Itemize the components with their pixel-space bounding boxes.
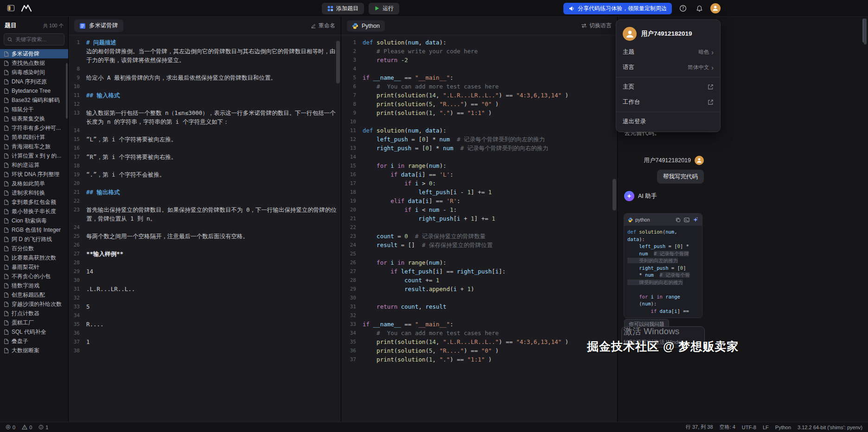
sidebar-item[interactable]: 最小替换子串长度: [0, 207, 68, 216]
sidebar-item-label: 打点计数器: [12, 310, 39, 318]
user-menu-item[interactable]: 主页: [616, 79, 720, 95]
copy-icon[interactable]: [676, 217, 681, 222]
encoding[interactable]: UTF-8: [742, 425, 756, 430]
sidebar-item-label: 计算位置 x 到 y 的...: [12, 152, 61, 160]
bell-icon[interactable]: [694, 3, 704, 13]
sidebar-item[interactable]: 链表聚集交换: [0, 114, 68, 123]
chat-input[interactable]: [621, 326, 705, 348]
sidebar-item[interactable]: 蛋糕工厂: [0, 318, 68, 327]
eol-sequence[interactable]: LF: [763, 425, 769, 430]
line-number: 10: [341, 117, 363, 126]
line-number: 2: [341, 47, 363, 56]
add-problem-button[interactable]: 添加题目: [322, 3, 364, 14]
sidebar-item[interactable]: 字符串有多少种可...: [0, 123, 68, 133]
sidebar-item[interactable]: 多米诺骨牌: [0, 49, 68, 58]
file-icon: [4, 273, 9, 280]
line-text: if __name__ == "__main__":: [363, 73, 453, 82]
description-tab[interactable]: 多米诺骨牌: [74, 19, 123, 32]
sidebar-item[interactable]: DNA 序列还原: [0, 77, 68, 86]
sidebar-item[interactable]: 比赛最高获胜次数: [0, 253, 68, 262]
code-scrollbar[interactable]: [613, 179, 616, 210]
python-interpreter[interactable]: 3.12.2 64-bit ('shims': pyenv): [798, 425, 862, 430]
user-menu-item[interactable]: 退出登录: [616, 114, 720, 129]
user-menu-header: 用户74912182019: [616, 22, 720, 44]
sidebar-item[interactable]: Base32 编码和解码: [0, 95, 68, 105]
page-scrollbar[interactable]: [864, 19, 867, 44]
sidebar-item[interactable]: 青海湖租车之旅: [0, 142, 68, 151]
search-box[interactable]: [4, 33, 64, 45]
line-number: 32: [341, 311, 363, 320]
sidebar-item[interactable]: 暴雨梨花针: [0, 262, 68, 272]
indentation[interactable]: 空格: 4: [720, 424, 735, 431]
problems-warnings[interactable]: 0: [22, 425, 32, 430]
code-line: 7 print(solution(14, ".L.R...LR..L..") =…: [341, 91, 617, 100]
sidebar-item[interactable]: 阿 D 的飞行路线: [0, 235, 68, 244]
sidebar-scrollbar[interactable]: [66, 63, 68, 119]
run-button[interactable]: 运行: [369, 3, 399, 14]
search-input[interactable]: [15, 37, 61, 42]
sidebar-item[interactable]: 不再贪心的小包: [0, 272, 68, 281]
rename-button[interactable]: 重命名: [311, 22, 335, 30]
file-icon: [4, 301, 9, 307]
language-tab[interactable]: Python: [347, 20, 385, 32]
line-number: 19: [341, 197, 363, 205]
ai-code-line: left_push = [0] *: [627, 243, 699, 250]
description-line: 27**输入样例**: [69, 249, 341, 258]
sidebar-item[interactable]: SQL 代码补全: [0, 327, 68, 337]
code-editor[interactable]: 1def solution(num, data):2 # Please writ…: [341, 35, 617, 422]
sidebar-item[interactable]: 猜数字游戏: [0, 281, 68, 290]
line-number: 15: [69, 135, 86, 144]
share-banner[interactable]: 分享代码练习体验，领限量定制周边: [563, 3, 672, 14]
ai-assistant-icon: [624, 191, 634, 201]
user-avatar[interactable]: [710, 3, 721, 13]
sidebar-item[interactable]: 环状 DNA 序列整理: [0, 170, 68, 179]
description-editor[interactable]: 1# 问题描述边的相邻骨牌推倒。当一个骨牌，其左边倒向它的骨牌数目与其右边倒向它…: [69, 35, 341, 422]
user-menu-item[interactable]: 语言简体中文›: [616, 60, 720, 75]
description-scrollbar[interactable]: [336, 41, 340, 83]
line-text: 首先输出保持竖立的骨牌数目。如果保持竖立的骨牌数目不为 0，下一行输出保持竖立的…: [86, 205, 337, 214]
code-line: 27 if left_push[i] == right_push[i]:: [341, 267, 617, 276]
file-icon: [4, 51, 9, 57]
line-text: [363, 152, 366, 161]
sidebar-item[interactable]: 百分位数: [0, 244, 68, 253]
sidebar-item[interactable]: 病毒感染时间: [0, 68, 68, 77]
user-menu-item[interactable]: 主题暗色›: [616, 44, 720, 60]
sidebar-item[interactable]: 猫鼠分干: [0, 105, 68, 114]
code-line: 29 result.append(i + 1): [341, 285, 617, 293]
sidebar-item[interactable]: Bytedance Tree: [0, 86, 68, 95]
sidebar-item[interactable]: 叠盘子: [0, 337, 68, 346]
language-mode[interactable]: Python: [775, 425, 791, 430]
sidebar-item[interactable]: 穿越沙漠的补给次数: [0, 299, 68, 309]
line-number: 22: [341, 223, 363, 232]
sidebar-item[interactable]: Cion 勒索病毒: [0, 216, 68, 225]
sidebar-item[interactable]: 和的逆运算: [0, 160, 68, 170]
sidebar-item[interactable]: 及格如此简单: [0, 179, 68, 188]
sidebar-item[interactable]: 计算位置 x 到 y 的...: [0, 151, 68, 160]
sidebar-item[interactable]: RGB 色值转 Integer: [0, 225, 68, 235]
code-line: 2 # Please write your code here: [341, 47, 617, 56]
line-text: right_push = [0] * num # 记录每个骨牌受到的向右的推力: [363, 144, 549, 152]
file-icon: [4, 60, 9, 66]
sidebar-item[interactable]: 查找热点数据: [0, 58, 68, 68]
sidebar-item-label: 和的逆运算: [12, 161, 39, 169]
user-menu-item[interactable]: 工作台: [616, 95, 720, 110]
sidebar-toggle-icon[interactable]: [6, 3, 16, 13]
problems-info[interactable]: 1: [38, 425, 48, 430]
sidebar-item[interactable]: 打点计数器: [0, 309, 68, 318]
insert-code-icon[interactable]: [684, 217, 689, 222]
sidebar-item[interactable]: 进制求和转换: [0, 188, 68, 197]
line-number: 26: [69, 241, 86, 249]
switch-language-button[interactable]: 切换语言: [581, 22, 612, 30]
magic-wand-icon[interactable]: [693, 217, 698, 222]
file-icon: [4, 181, 9, 187]
sidebar-item[interactable]: 简单四则计算: [0, 133, 68, 142]
sidebar-item[interactable]: 拿到最多红包金额: [0, 197, 68, 207]
sidebar-item[interactable]: 创意标题匹配: [0, 290, 68, 299]
help-icon[interactable]: ?: [678, 3, 688, 13]
cursor-position[interactable]: 行 37, 列 38: [686, 424, 713, 431]
sidebar-item[interactable]: 大数据断案: [0, 346, 68, 355]
description-line: 25每两个数之间用一个空格隔开，注意最后一个数后面没有空格。: [69, 232, 341, 241]
problems-errors[interactable]: 0: [6, 425, 15, 430]
line-text: if __name__ == "__main__":: [363, 320, 453, 329]
line-text: **输入样例**: [86, 249, 123, 258]
